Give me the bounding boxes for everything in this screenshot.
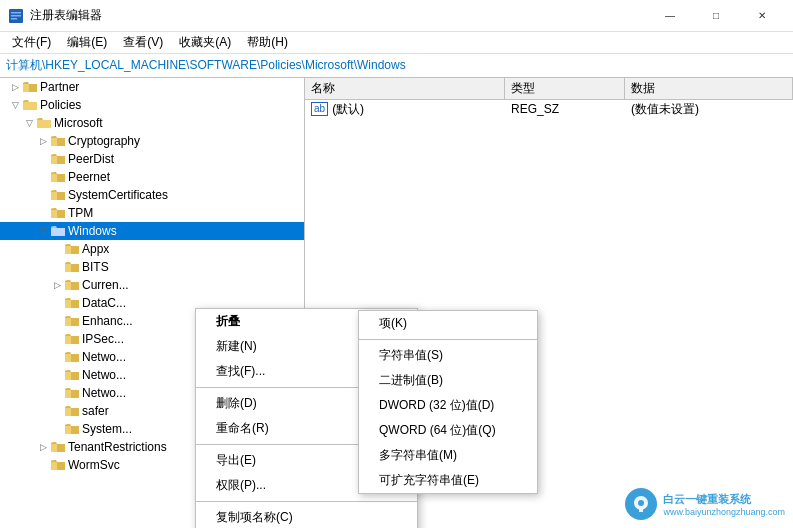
col-type-label: 类型 (511, 80, 535, 97)
cell-type: REG_SZ (505, 102, 625, 116)
col-data-label: 数据 (631, 80, 655, 97)
col-header-data[interactable]: 数据 (625, 78, 793, 99)
sub-binary[interactable]: 二进制值(B) (359, 368, 537, 393)
table-header: 名称 类型 数据 (305, 78, 793, 100)
tree-label-system: System... (82, 422, 132, 436)
folder-icon-policies (22, 98, 38, 112)
minimize-button[interactable]: — (647, 0, 693, 32)
watermark-url: www.baiyunzhongzhuang.com (663, 507, 785, 517)
col-name-label: 名称 (311, 80, 335, 97)
folder-icon-ipsec (64, 332, 80, 346)
title-controls: — □ ✕ (647, 0, 785, 32)
expand-windows[interactable]: ▽ (36, 226, 50, 236)
tree-item-systemcerts[interactable]: ▷ SystemCertificates (0, 186, 304, 204)
cell-name: ab (默认) (305, 101, 505, 118)
sub-qword[interactable]: QWORD (64 位)值(Q) (359, 418, 537, 443)
tree-label-microsoft: Microsoft (54, 116, 103, 130)
tree-label-current: Curren... (82, 278, 129, 292)
tree-label-policies: Policies (40, 98, 81, 112)
folder-icon-system (64, 422, 80, 436)
tree-label-bits: BITS (82, 260, 109, 274)
col-header-name[interactable]: 名称 (305, 78, 505, 99)
folder-icon-cryptography (50, 134, 66, 148)
tree-item-current[interactable]: ▷ Curren... (0, 276, 304, 294)
cell-data: (数值未设置) (625, 101, 793, 118)
title-bar-left: 注册表编辑器 (8, 7, 102, 24)
svg-rect-1 (11, 12, 21, 14)
address-path: 计算机\HKEY_LOCAL_MACHINE\SOFTWARE\Policies… (6, 57, 406, 74)
menu-file[interactable]: 文件(F) (4, 32, 59, 53)
title-bar: 注册表编辑器 — □ ✕ (0, 0, 793, 32)
tree-label-safer: safer (82, 404, 109, 418)
tree-item-peerdist[interactable]: ▷ PeerDist (0, 150, 304, 168)
tree-label-netwo2: Netwo... (82, 368, 126, 382)
close-button[interactable]: ✕ (739, 0, 785, 32)
folder-icon-appx (64, 242, 80, 256)
folder-icon-tenantrestrictions (50, 440, 66, 454)
expand-cryptography[interactable]: ▷ (36, 136, 50, 146)
tree-label-partner: Partner (40, 80, 79, 94)
folder-icon-partner (22, 80, 38, 94)
tree-label-datac: DataC... (82, 296, 126, 310)
folder-icon-systemcerts (50, 188, 66, 202)
table-row[interactable]: ab (默认) REG_SZ (数值未设置) (305, 100, 793, 118)
folder-icon-netwo2 (64, 368, 80, 382)
tree-item-windows[interactable]: ▽ Windows (0, 222, 304, 240)
tree-label-netwo3: Netwo... (82, 386, 126, 400)
col-header-type[interactable]: 类型 (505, 78, 625, 99)
expand-microsoft[interactable]: ▽ (22, 118, 36, 128)
svg-point-4 (638, 500, 644, 506)
expand-partner[interactable]: ▷ (8, 82, 22, 92)
sub-expandstring[interactable]: 可扩充字符串值(E) (359, 468, 537, 493)
folder-icon-netwo3 (64, 386, 80, 400)
tree-item-appx[interactable]: ▷ Appx (0, 240, 304, 258)
tree-label-wormsvc: WormSvc (68, 458, 120, 472)
ctx-copyname[interactable]: 复制项名称(C) (196, 505, 417, 528)
tree-label-systemcerts: SystemCertificates (68, 188, 168, 202)
tree-item-cryptography[interactable]: ▷ Cryptography (0, 132, 304, 150)
maximize-button[interactable]: □ (693, 0, 739, 32)
folder-icon-current (64, 278, 80, 292)
watermark-info: 白云一键重装系统 www.baiyunzhongzhuang.com (663, 492, 785, 517)
tree-label-enhanc: Enhanc... (82, 314, 133, 328)
main-area: ▷ Partner ▽ Policies ▽ Microsoft ▷ (0, 78, 793, 528)
tree-label-peerdist: PeerDist (68, 152, 114, 166)
sub-key[interactable]: 项(K) (359, 311, 537, 336)
tree-label-windows: Windows (68, 224, 117, 238)
tree-item-microsoft[interactable]: ▽ Microsoft (0, 114, 304, 132)
menu-favorites[interactable]: 收藏夹(A) (171, 32, 239, 53)
expand-tenantrestrictions[interactable]: ▷ (36, 442, 50, 452)
folder-icon-windows (50, 224, 66, 238)
expand-current[interactable]: ▷ (50, 280, 64, 290)
folder-icon-safer (64, 404, 80, 418)
tree-label-cryptography: Cryptography (68, 134, 140, 148)
svg-rect-2 (11, 15, 21, 17)
menu-bar: 文件(F) 编辑(E) 查看(V) 收藏夹(A) 帮助(H) (0, 32, 793, 54)
folder-icon-microsoft (36, 116, 52, 130)
sub-string[interactable]: 字符串值(S) (359, 343, 537, 368)
svg-rect-3 (11, 18, 17, 20)
folder-icon-bits (64, 260, 80, 274)
row-name: (默认) (332, 101, 364, 118)
folder-icon-enhanc (64, 314, 80, 328)
tree-item-bits[interactable]: ▷ BITS (0, 258, 304, 276)
menu-edit[interactable]: 编辑(E) (59, 32, 115, 53)
menu-view[interactable]: 查看(V) (115, 32, 171, 53)
tree-item-partner[interactable]: ▷ Partner (0, 78, 304, 96)
tree-label-netwo1: Netwo... (82, 350, 126, 364)
watermark-icon (625, 488, 657, 520)
submenu: 项(K) 字符串值(S) 二进制值(B) DWORD (32 位)值(D) QW… (358, 310, 538, 494)
expand-policies[interactable]: ▽ (8, 100, 22, 110)
tree-label-tpm: TPM (68, 206, 93, 220)
app-icon (8, 8, 24, 24)
tree-label-ipsec: IPSec... (82, 332, 124, 346)
tree-item-policies[interactable]: ▽ Policies (0, 96, 304, 114)
value-type-icon: ab (311, 102, 328, 116)
tree-item-peernet[interactable]: ▷ Peernet (0, 168, 304, 186)
sub-dword[interactable]: DWORD (32 位)值(D) (359, 393, 537, 418)
tree-item-tpm[interactable]: ▷ TPM (0, 204, 304, 222)
sub-multistring[interactable]: 多字符串值(M) (359, 443, 537, 468)
folder-icon-peernet (50, 170, 66, 184)
menu-help[interactable]: 帮助(H) (239, 32, 296, 53)
folder-icon-wormsvc (50, 458, 66, 472)
